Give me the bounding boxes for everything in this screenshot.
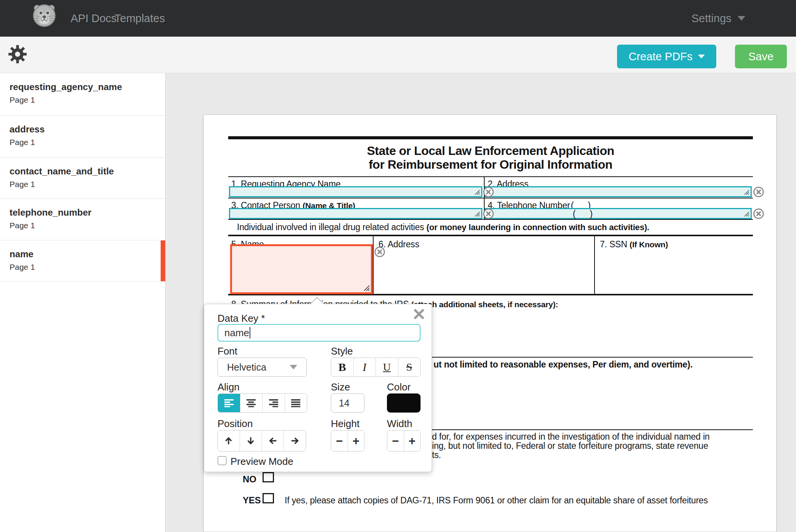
divider [228,198,753,198]
align-right-icon [269,399,279,407]
field-key-label: name [10,249,34,260]
delete-field-icon[interactable] [753,208,764,219]
arrow-down-icon [246,436,256,446]
popover-arrow [310,298,324,305]
size-label: Size [331,381,350,393]
align-justify-button[interactable] [285,394,307,412]
font-select[interactable]: Helvetica [218,358,307,377]
field-page-label: Page 1 [10,95,35,105]
resize-handle-icon[interactable] [475,190,480,195]
expenses-text-fragment: ut not limited to reasonable expenses, P… [433,360,693,370]
sidebar-item-telephone-number[interactable]: telephone_number Page 1 [0,199,165,240]
height-decrease-button[interactable]: − [331,430,348,451]
strikethrough-button[interactable]: S [398,358,421,376]
align-right-button[interactable] [263,394,285,412]
resize-handle-icon[interactable] [364,285,370,292]
field-key-label: requesting_agency_name [10,82,122,92]
font-label: Font [218,345,237,357]
reimbursed-text-line3: ts. [432,450,441,460]
gear-icon [8,44,27,64]
height-label: Height [331,418,359,430]
text-cursor [250,327,250,339]
bold-button[interactable]: B [331,358,354,376]
width-increase-button[interactable]: + [404,430,421,451]
color-label: Color [387,381,411,393]
style-button-group: B I U S [331,358,421,377]
move-right-button[interactable] [284,430,306,451]
arrow-left-icon [268,436,278,446]
pdf-field-address[interactable] [485,186,752,197]
drug-activities-text: Individual involved in illegal drug rela… [237,222,649,232]
move-left-button[interactable] [262,430,284,451]
data-key-input[interactable]: name [218,324,421,342]
delete-field-icon[interactable] [483,208,494,219]
delete-field-icon[interactable] [753,186,764,198]
minus-icon: − [336,435,343,447]
settings-menu[interactable]: Settings [691,0,745,37]
underline-button[interactable]: U [376,358,398,376]
chevron-down-icon [738,16,745,21]
resize-handle-icon[interactable] [744,211,750,217]
toolbar: Create PDFs Save [0,37,796,73]
position-label: Position [218,418,253,430]
divider [228,235,753,236]
sidebar-item-requesting-agency-name[interactable]: requesting_agency_name Page 1 [0,73,165,116]
pdf-field-requesting-agency-name[interactable] [229,186,482,197]
height-button-group: − + [331,430,364,451]
field-page-label: Page 1 [10,263,35,272]
pdf-field-contact-name-and-title[interactable] [229,208,482,219]
gear-button[interactable] [8,44,27,64]
field-key-label: contact_name_and_title [10,166,114,177]
align-left-icon [224,399,234,407]
pdf-field-telephone-number[interactable]: ( ) [485,208,752,219]
form-label-7: 7. SSN (If Known) [600,239,668,250]
align-left-button[interactable] [218,394,240,412]
delete-field-icon[interactable] [374,246,385,258]
resize-handle-icon[interactable] [475,211,480,217]
delete-field-icon[interactable] [483,186,494,198]
preview-mode-checkbox[interactable] [218,456,227,465]
size-input[interactable]: 14 [331,393,364,413]
sidebar-item-name-selected[interactable]: name Page 1 [0,240,165,282]
selected-indicator-bar [161,240,165,281]
field-page-label: Page 1 [10,138,35,147]
height-increase-button[interactable]: + [348,430,364,451]
plus-icon: + [353,435,359,447]
field-properties-popover: Data Key * name Font Style Helvetica B I… [204,304,432,472]
chevron-down-icon [290,365,297,369]
move-down-button[interactable] [240,430,262,451]
settings-label: Settings [691,12,732,25]
yes-instructions-text: If yes, please attach copies of DAG-71, … [285,495,708,506]
pdf-field-name-selected[interactable] [230,244,373,294]
sidebar-item-address[interactable]: address Page 1 [0,116,165,158]
align-justify-icon [291,399,301,407]
top-navbar: API Docs Templates Settings [0,0,796,37]
yes-checkbox [263,493,274,503]
divider [228,176,753,177]
nav-templates-label: Templates [114,12,165,25]
form-title-line1: State or Local Law Enforcement Applicati… [228,144,753,158]
create-pdfs-label: Create PDFs [628,50,693,63]
create-pdfs-button[interactable]: Create PDFs [617,45,716,68]
save-button[interactable]: Save [735,45,787,68]
nav-api-docs[interactable]: API Docs [71,0,117,37]
otter-logo[interactable] [32,3,56,27]
form-title-line2: for Reimbursement for Original Informati… [228,158,753,172]
align-center-button[interactable] [240,394,263,412]
italic-button[interactable]: I [354,358,376,376]
minus-icon: − [392,435,399,447]
color-swatch[interactable] [387,393,421,413]
data-key-value: name [224,327,249,339]
move-up-button[interactable] [218,430,240,451]
close-icon[interactable] [414,309,424,319]
width-decrease-button[interactable]: − [387,430,404,451]
reimbursed-text-line2: ing, but not limited to, Federal or stat… [432,441,708,451]
nav-templates[interactable]: Templates [114,0,165,37]
style-label: Style [331,345,353,357]
position-button-group [218,430,306,451]
sidebar-item-contact-name-and-title[interactable]: contact_name_and_title Page 1 [0,158,165,199]
resize-handle-icon[interactable] [744,190,750,195]
font-value: Helvetica [227,362,266,373]
size-value: 14 [339,398,350,409]
no-label: NO [243,474,256,485]
